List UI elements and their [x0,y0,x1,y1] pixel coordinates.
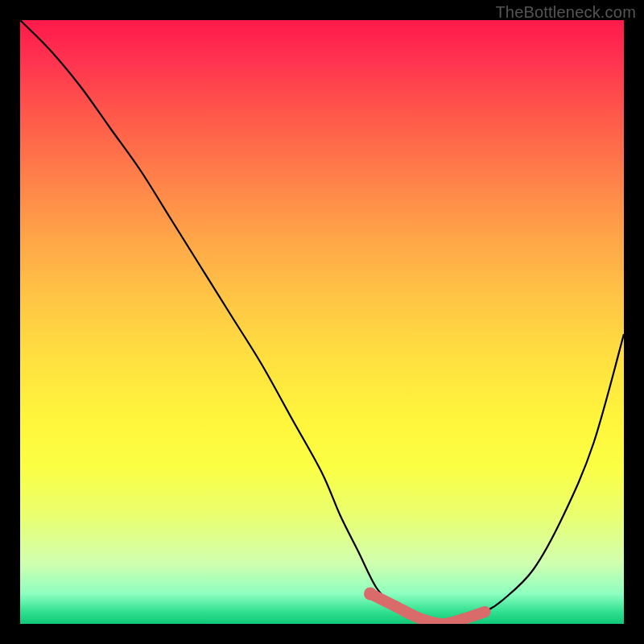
highlight-dot [364,588,377,601]
watermark-text: TheBottleneck.com [495,3,636,22]
chart-svg [20,20,624,624]
plot-area [20,20,624,624]
bottleneck-curve [20,20,624,624]
highlight-segment [370,594,485,625]
